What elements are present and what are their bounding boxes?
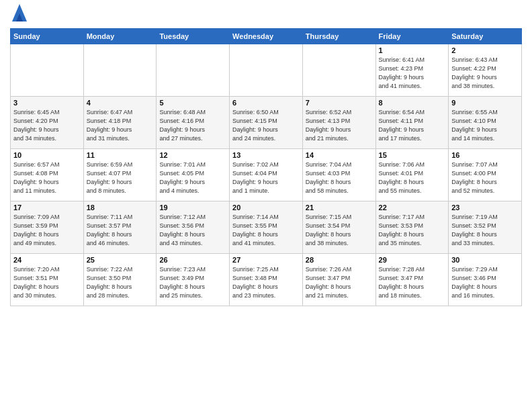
day-info: Sunrise: 7:11 AM Sunset: 3:57 PM Dayligh… — [87, 213, 154, 248]
day-info: Sunrise: 7:28 AM Sunset: 3:47 PM Dayligh… — [379, 265, 446, 300]
day-info: Sunrise: 7:26 AM Sunset: 3:47 PM Dayligh… — [306, 265, 373, 300]
day-info: Sunrise: 6:48 AM Sunset: 4:16 PM Dayligh… — [159, 108, 226, 143]
calendar-cell: 1Sunrise: 6:41 AM Sunset: 4:23 PM Daylig… — [375, 44, 449, 97]
calendar-cell — [157, 44, 230, 97]
calendar-cell: 20Sunrise: 7:14 AM Sunset: 3:55 PM Dayli… — [230, 201, 303, 254]
calendar-cell — [230, 44, 303, 97]
calendar-cell: 16Sunrise: 7:07 AM Sunset: 4:00 PM Dayli… — [449, 149, 522, 201]
day-number: 23 — [451, 203, 519, 212]
day-number: 12 — [159, 151, 226, 159]
day-info: Sunrise: 7:19 AM Sunset: 3:52 PM Dayligh… — [451, 213, 519, 248]
calendar-cell: 14Sunrise: 7:04 AM Sunset: 4:03 PM Dayli… — [302, 149, 375, 201]
day-info: Sunrise: 7:20 AM Sunset: 3:51 PM Dayligh… — [13, 265, 81, 300]
calendar-week-1: 3Sunrise: 6:45 AM Sunset: 4:20 PM Daylig… — [11, 97, 522, 149]
calendar-week-3: 17Sunrise: 7:09 AM Sunset: 3:59 PM Dayli… — [11, 201, 522, 254]
day-number: 11 — [87, 151, 154, 159]
calendar-header-row: SundayMondayTuesdayWednesdayThursdayFrid… — [11, 29, 522, 44]
calendar-cell: 27Sunrise: 7:25 AM Sunset: 3:48 PM Dayli… — [230, 254, 303, 306]
day-number: 25 — [87, 256, 154, 264]
day-number: 9 — [451, 99, 519, 107]
day-number: 13 — [232, 151, 300, 159]
calendar-cell: 17Sunrise: 7:09 AM Sunset: 3:59 PM Dayli… — [11, 201, 84, 254]
calendar-cell: 30Sunrise: 7:29 AM Sunset: 3:46 PM Dayli… — [449, 254, 522, 306]
calendar-cell: 26Sunrise: 7:23 AM Sunset: 3:49 PM Dayli… — [157, 254, 230, 306]
day-info: Sunrise: 6:52 AM Sunset: 4:13 PM Dayligh… — [306, 108, 373, 143]
day-info: Sunrise: 7:17 AM Sunset: 3:53 PM Dayligh… — [379, 213, 446, 248]
day-number: 6 — [232, 99, 300, 107]
day-number: 3 — [13, 99, 81, 107]
calendar-cell: 8Sunrise: 6:54 AM Sunset: 4:11 PM Daylig… — [375, 97, 449, 149]
day-info: Sunrise: 7:29 AM Sunset: 3:46 PM Dayligh… — [451, 265, 519, 300]
calendar-cell: 11Sunrise: 6:59 AM Sunset: 4:07 PM Dayli… — [83, 149, 157, 201]
calendar-cell: 3Sunrise: 6:45 AM Sunset: 4:20 PM Daylig… — [11, 97, 84, 149]
day-info: Sunrise: 7:23 AM Sunset: 3:49 PM Dayligh… — [159, 265, 226, 300]
calendar-cell: 13Sunrise: 7:02 AM Sunset: 4:04 PM Dayli… — [230, 149, 303, 201]
day-info: Sunrise: 7:14 AM Sunset: 3:55 PM Dayligh… — [232, 213, 300, 248]
day-info: Sunrise: 6:57 AM Sunset: 4:08 PM Dayligh… — [13, 161, 81, 195]
day-info: Sunrise: 7:06 AM Sunset: 4:01 PM Dayligh… — [379, 161, 446, 195]
calendar-cell: 4Sunrise: 6:47 AM Sunset: 4:18 PM Daylig… — [83, 97, 157, 149]
day-number: 30 — [451, 256, 519, 264]
calendar-cell: 12Sunrise: 7:01 AM Sunset: 4:05 PM Dayli… — [157, 149, 230, 201]
day-number: 22 — [379, 203, 446, 212]
calendar-cell: 25Sunrise: 7:22 AM Sunset: 3:50 PM Dayli… — [83, 254, 157, 306]
day-number: 8 — [379, 99, 446, 107]
calendar-cell: 22Sunrise: 7:17 AM Sunset: 3:53 PM Dayli… — [375, 201, 449, 254]
calendar-cell — [83, 44, 157, 97]
calendar: SundayMondayTuesdayWednesdayThursdayFrid… — [10, 28, 522, 306]
calendar-cell: 7Sunrise: 6:52 AM Sunset: 4:13 PM Daylig… — [302, 97, 375, 149]
day-number: 7 — [306, 99, 373, 107]
calendar-cell: 10Sunrise: 6:57 AM Sunset: 4:08 PM Dayli… — [11, 149, 84, 201]
day-info: Sunrise: 7:01 AM Sunset: 4:05 PM Dayligh… — [159, 161, 226, 195]
day-number: 14 — [306, 151, 373, 159]
logo-icon — [12, 4, 27, 21]
calendar-cell: 5Sunrise: 6:48 AM Sunset: 4:16 PM Daylig… — [157, 97, 230, 149]
day-info: Sunrise: 7:09 AM Sunset: 3:59 PM Dayligh… — [13, 213, 81, 248]
calendar-cell: 19Sunrise: 7:12 AM Sunset: 3:56 PM Dayli… — [157, 201, 230, 254]
header-tuesday: Tuesday — [157, 29, 230, 44]
day-info: Sunrise: 6:43 AM Sunset: 4:22 PM Dayligh… — [451, 56, 519, 91]
day-number: 2 — [451, 46, 519, 54]
day-number: 28 — [306, 256, 373, 264]
day-info: Sunrise: 7:07 AM Sunset: 4:00 PM Dayligh… — [451, 161, 519, 195]
day-number: 19 — [159, 203, 226, 212]
day-info: Sunrise: 7:15 AM Sunset: 3:54 PM Dayligh… — [306, 213, 373, 248]
day-number: 4 — [87, 99, 154, 107]
day-info: Sunrise: 7:02 AM Sunset: 4:04 PM Dayligh… — [232, 161, 300, 195]
calendar-cell: 9Sunrise: 6:55 AM Sunset: 4:10 PM Daylig… — [449, 97, 522, 149]
day-info: Sunrise: 7:04 AM Sunset: 4:03 PM Dayligh… — [306, 161, 373, 195]
day-info: Sunrise: 6:54 AM Sunset: 4:11 PM Dayligh… — [379, 108, 446, 143]
calendar-cell: 2Sunrise: 6:43 AM Sunset: 4:22 PM Daylig… — [449, 44, 522, 97]
calendar-cell: 23Sunrise: 7:19 AM Sunset: 3:52 PM Dayli… — [449, 201, 522, 254]
logo — [10, 7, 27, 24]
calendar-cell: 29Sunrise: 7:28 AM Sunset: 3:47 PM Dayli… — [375, 254, 449, 306]
day-number: 20 — [232, 203, 300, 212]
header-saturday: Saturday — [449, 29, 522, 44]
day-number: 1 — [379, 46, 446, 54]
day-number: 21 — [306, 203, 373, 212]
day-number: 5 — [159, 99, 226, 107]
calendar-cell — [11, 44, 84, 97]
day-number: 29 — [379, 256, 446, 264]
day-info: Sunrise: 6:45 AM Sunset: 4:20 PM Dayligh… — [13, 108, 81, 143]
day-number: 17 — [13, 203, 81, 212]
day-number: 18 — [87, 203, 154, 212]
day-info: Sunrise: 7:25 AM Sunset: 3:48 PM Dayligh… — [232, 265, 300, 300]
day-number: 10 — [13, 151, 81, 159]
day-number: 27 — [232, 256, 300, 264]
calendar-cell: 24Sunrise: 7:20 AM Sunset: 3:51 PM Dayli… — [11, 254, 84, 306]
calendar-cell — [302, 44, 375, 97]
header-monday: Monday — [83, 29, 157, 44]
header-wednesday: Wednesday — [230, 29, 303, 44]
calendar-cell: 28Sunrise: 7:26 AM Sunset: 3:47 PM Dayli… — [302, 254, 375, 306]
calendar-cell: 6Sunrise: 6:50 AM Sunset: 4:15 PM Daylig… — [230, 97, 303, 149]
header-thursday: Thursday — [302, 29, 375, 44]
day-number: 16 — [451, 151, 519, 159]
day-info: Sunrise: 7:22 AM Sunset: 3:50 PM Dayligh… — [87, 265, 154, 300]
calendar-week-2: 10Sunrise: 6:57 AM Sunset: 4:08 PM Dayli… — [11, 149, 522, 201]
day-number: 24 — [13, 256, 81, 264]
day-info: Sunrise: 6:59 AM Sunset: 4:07 PM Dayligh… — [87, 161, 154, 195]
calendar-cell: 18Sunrise: 7:11 AM Sunset: 3:57 PM Dayli… — [83, 201, 157, 254]
calendar-week-0: 1Sunrise: 6:41 AM Sunset: 4:23 PM Daylig… — [11, 44, 522, 97]
day-number: 26 — [159, 256, 226, 264]
